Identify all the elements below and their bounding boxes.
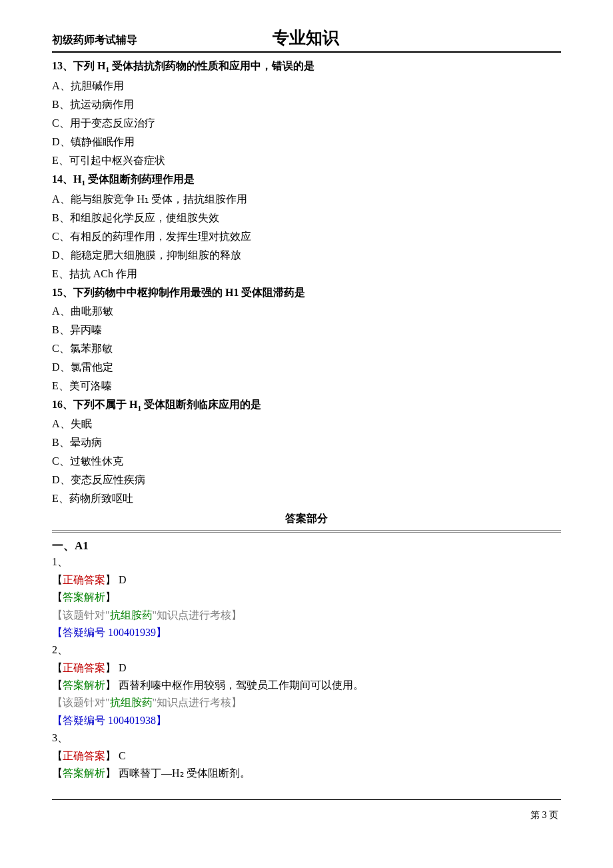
option-d: D、镇静催眠作用 [52,133,561,151]
page-container: 初级药师考试辅导 专业知识 13、下列 H1 受体拮抗剂药物的性质和应用中，错误… [0,0,613,848]
option-b: B、晕动病 [52,433,561,452]
correct-value: C [116,750,126,761]
section-label: 一、A1 [52,538,561,553]
option-c: C、用于变态反应治疗 [52,114,561,133]
option-d: D、能稳定肥大细胞膜，抑制组胺的释放 [52,246,561,265]
doc-title: 专业知识 [51,27,561,49]
question-stem: 16、下列不属于 H1 受体阻断剂临床应用的是 [52,395,561,415]
answer-1: 1、 【正确答案】 D 【答案解析】 【该题针对"抗组胺药"知识点进行考核】 【… [52,553,561,641]
correct-answer-row: 【正确答案】 D [52,659,561,677]
qa-number-link[interactable]: 【答疑编号 100401938】 [52,712,561,729]
qa-number-link[interactable]: 【答疑编号 100401939】 [52,624,561,641]
question-stem: 15、下列药物中中枢抑制作用最强的 H1 受体阻滞药是 [52,283,561,302]
stem-text-suffix: 受体阻断剂临床应用的是 [141,399,261,410]
answer-3: 3、 【正确答案】 C 【答案解析】 西咪替丁—H₂ 受体阻断剂。 [52,729,561,782]
question-stem: 13、下列 H1 受体拮抗剂药物的性质和应用中，错误的是 [52,57,561,77]
correct-label: 正确答案 [63,750,105,761]
note-suffix: "知识点进行考核】 [153,609,243,621]
option-b: B、异丙嗪 [52,321,561,339]
correct-answer-row: 【正确答案】 D [52,571,561,589]
answer-2: 2、 【正确答案】 D 【答案解析】 西替利嗪中枢作用较弱，驾驶员工作期间可以使… [52,641,561,729]
answers-heading: 答案部分 [52,512,561,526]
question-16: 16、下列不属于 H1 受体阻断剂临床应用的是 A、失眠 B、晕动病 C、过敏性… [52,395,561,509]
note-topic: 抗组胺药 [110,697,153,708]
header-rule [52,51,561,53]
header: 初级药师考试辅导 专业知识 [52,27,561,49]
answers-divider [52,530,561,533]
option-d: D、变态反应性疾病 [52,471,561,489]
option-a: A、能与组胺竞争 H₁ 受体，拮抗组胺作用 [52,190,561,209]
analysis-text: 西咪替丁—H₂ 受体阻断剂。 [116,767,251,779]
correct-label: 正确答案 [63,662,105,673]
note-prefix: 【该题针对" [52,697,110,708]
stem-text: 13、下列 H [52,60,105,71]
question-13: 13、下列 H1 受体拮抗剂药物的性质和应用中，错误的是 A、抗胆碱作用 B、抗… [52,57,561,170]
analysis-label: 答案解析 [63,679,105,691]
stem-text: 16、下列不属于 H [52,399,137,410]
option-e: E、美可洛嗪 [52,377,561,395]
analysis-text: 西替利嗪中枢作用较弱，驾驶员工作期间可以使用。 [116,679,364,691]
question-stem: 14、H1 受体阻断剂药理作用是 [52,170,561,190]
correct-value: D [116,574,127,585]
question-14: 14、H1 受体阻断剂药理作用是 A、能与组胺竞争 H₁ 受体，拮抗组胺作用 B… [52,170,561,283]
answer-num: 1、 [52,553,561,571]
analysis-label: 答案解析 [63,591,105,603]
question-15: 15、下列药物中中枢抑制作用最强的 H1 受体阻滞药是 A、曲吡那敏 B、异丙嗪… [52,283,561,395]
analysis-row: 【答案解析】 西咪替丁—H₂ 受体阻断剂。 [52,765,561,782]
option-d: D、氯雷他定 [52,358,561,377]
option-c: C、过敏性休克 [52,452,561,471]
stem-text: 14、H [52,173,81,185]
analysis-row: 【答案解析】 [52,589,561,606]
option-a: A、曲吡那敏 [52,302,561,321]
note-prefix: 【该题针对" [52,609,110,621]
option-c: C、有相反的药理作用，发挥生理对抗效应 [52,227,561,246]
option-c: C、氯苯那敏 [52,339,561,358]
analysis-row: 【答案解析】 西替利嗪中枢作用较弱，驾驶员工作期间可以使用。 [52,677,561,694]
option-b: B、和组胺起化学反应，使组胺失效 [52,209,561,227]
correct-answer-row: 【正确答案】 C [52,747,561,765]
note-topic: 抗组胺药 [110,609,153,621]
stem-text: 15、下列药物中中枢抑制作用最强的 H1 受体阻滞药是 [52,287,305,298]
option-e: E、药物所致呕吐 [52,489,561,508]
note-row: 【该题针对"抗组胺药"知识点进行考核】 [52,694,561,711]
option-e: E、拮抗 ACh 作用 [52,265,561,283]
correct-label: 正确答案 [63,574,105,585]
option-b: B、抗运动病作用 [52,95,561,114]
note-row: 【该题针对"抗组胺药"知识点进行考核】 [52,607,561,624]
option-a: A、失眠 [52,415,561,433]
answer-num: 2、 [52,641,561,659]
option-e: E、可引起中枢兴奋症状 [52,151,561,170]
answer-num: 3、 [52,729,561,747]
stem-text-suffix: 受体阻断剂药理作用是 [85,173,195,185]
option-a: A、抗胆碱作用 [52,77,561,95]
stem-text-suffix: 受体拮抗剂药物的性质和应用中，错误的是 [109,60,314,71]
page-number: 第 3 页 [52,809,561,821]
note-suffix: "知识点进行考核】 [153,697,243,708]
analysis-label: 答案解析 [63,767,105,779]
correct-value: D [116,662,127,673]
footer-rule [52,799,561,800]
